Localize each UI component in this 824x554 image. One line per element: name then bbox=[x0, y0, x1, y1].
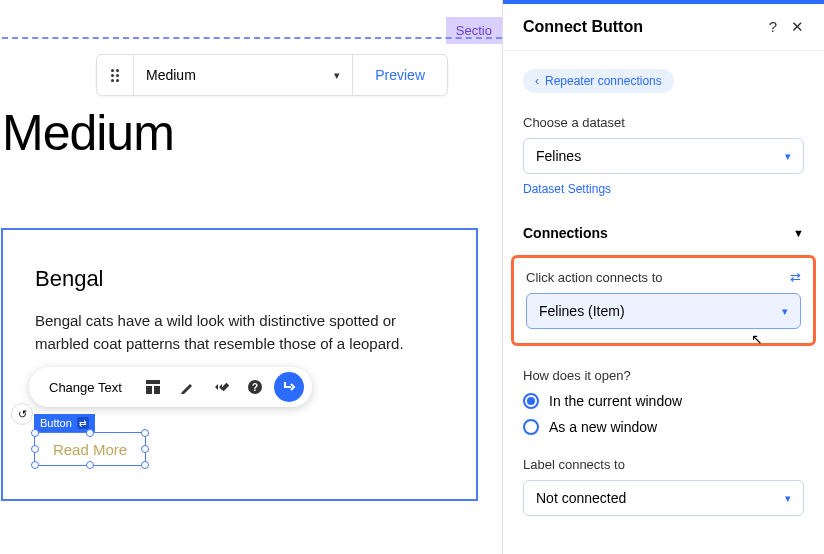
selection-tag: Button ⇄ bbox=[34, 414, 95, 432]
dataset-select-value: Felines bbox=[536, 148, 581, 164]
open-radio-group: In the current window As a new window bbox=[523, 393, 804, 435]
chevron-down-icon: ▾ bbox=[785, 492, 791, 505]
connect-button-panel: Connect Button ? ✕ ‹ Repeater connection… bbox=[502, 0, 824, 554]
svg-rect-1 bbox=[146, 386, 152, 394]
item-title: Bengal bbox=[35, 266, 444, 292]
click-action-label-text: Click action connects to bbox=[526, 270, 663, 285]
selected-button-element[interactable]: Button ⇄ Read More bbox=[34, 413, 146, 466]
radio-current-window[interactable]: In the current window bbox=[523, 393, 804, 409]
swap-icon[interactable]: ⇄ bbox=[790, 270, 801, 285]
item-body: Bengal cats have a wild look with distin… bbox=[35, 310, 444, 355]
label-connects-value: Not connected bbox=[536, 490, 626, 506]
data-connected-icon: ⇄ bbox=[77, 417, 89, 429]
back-link-label: Repeater connections bbox=[545, 74, 662, 88]
resize-handle[interactable] bbox=[86, 429, 94, 437]
layout-icon[interactable] bbox=[138, 372, 168, 402]
back-link[interactable]: ‹ Repeater connections bbox=[523, 69, 674, 93]
dataset-label: Choose a dataset bbox=[523, 115, 804, 130]
repeater-floating-bar: Medium ▾ Preview bbox=[96, 54, 448, 96]
section-tag[interactable]: Sectio bbox=[446, 17, 502, 44]
resize-handle[interactable] bbox=[31, 429, 39, 437]
collapse-icon: ▼ bbox=[793, 227, 804, 239]
resize-handle[interactable] bbox=[86, 461, 94, 469]
design-brush-icon[interactable] bbox=[172, 372, 202, 402]
label-connects-label: Label connects to bbox=[523, 457, 804, 472]
radio-icon bbox=[523, 419, 539, 435]
resize-handle[interactable] bbox=[141, 461, 149, 469]
dataset-select[interactable]: Felines ▾ bbox=[523, 138, 804, 174]
section-divider bbox=[2, 37, 502, 39]
preview-button[interactable]: Preview bbox=[352, 55, 447, 95]
animation-icon[interactable] bbox=[206, 372, 236, 402]
click-action-highlight: Click action connects to ⇄ Felines (Item… bbox=[511, 255, 816, 346]
label-connects-select[interactable]: Not connected ▾ bbox=[523, 480, 804, 516]
svg-rect-0 bbox=[146, 380, 160, 384]
chevron-down-icon: ▾ bbox=[782, 305, 788, 318]
radio-label: As a new window bbox=[549, 419, 657, 435]
panel-header: Connect Button ? ✕ bbox=[503, 4, 824, 51]
chevron-left-icon: ‹ bbox=[535, 74, 539, 88]
panel-help-icon[interactable]: ? bbox=[769, 18, 777, 36]
panel-title: Connect Button bbox=[523, 18, 643, 36]
dataset-settings-link[interactable]: Dataset Settings bbox=[523, 182, 611, 196]
chevron-down-icon: ▾ bbox=[785, 150, 791, 163]
undo-icon[interactable]: ↺ bbox=[11, 403, 33, 425]
click-action-value: Felines (Item) bbox=[539, 303, 625, 319]
resize-handle[interactable] bbox=[31, 461, 39, 469]
button-text: Read More bbox=[53, 441, 127, 458]
radio-label: In the current window bbox=[549, 393, 682, 409]
open-label: How does it open? bbox=[523, 368, 804, 383]
button-element[interactable]: Read More bbox=[34, 432, 146, 466]
click-action-select[interactable]: Felines (Item) ▾ bbox=[526, 293, 801, 329]
connections-section-header[interactable]: Connections ▼ bbox=[523, 225, 804, 241]
connections-header-text: Connections bbox=[523, 225, 608, 241]
change-text-button[interactable]: Change Text bbox=[37, 372, 134, 402]
close-icon[interactable]: ✕ bbox=[791, 18, 804, 36]
drag-handle-icon[interactable] bbox=[97, 69, 133, 82]
size-dropdown[interactable]: Medium ▾ bbox=[133, 55, 352, 95]
resize-handle[interactable] bbox=[141, 445, 149, 453]
svg-rect-2 bbox=[154, 386, 160, 394]
page-title: Medium bbox=[2, 104, 174, 162]
click-action-label: Click action connects to ⇄ bbox=[526, 270, 801, 285]
help-icon[interactable]: ? bbox=[240, 372, 270, 402]
connect-data-icon[interactable] bbox=[274, 372, 304, 402]
svg-text:?: ? bbox=[252, 382, 258, 393]
resize-handle[interactable] bbox=[141, 429, 149, 437]
editor-canvas: Sectio Medium ▾ Preview Medium Bengal Be… bbox=[0, 0, 502, 554]
radio-icon bbox=[523, 393, 539, 409]
cursor-icon: ↖ bbox=[751, 331, 763, 347]
element-toolbar: Change Text ? bbox=[29, 367, 312, 407]
chevron-down-icon: ▾ bbox=[334, 69, 340, 82]
radio-new-window[interactable]: As a new window bbox=[523, 419, 804, 435]
size-dropdown-value: Medium bbox=[146, 67, 196, 83]
selection-tag-text: Button bbox=[40, 417, 72, 429]
resize-handle[interactable] bbox=[31, 445, 39, 453]
